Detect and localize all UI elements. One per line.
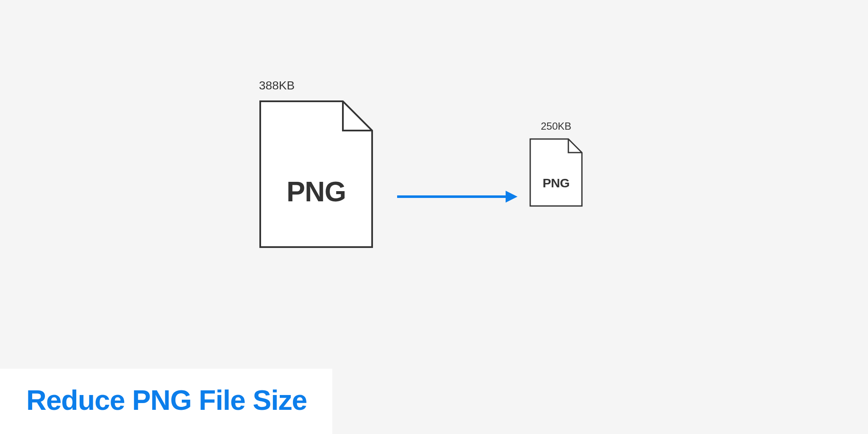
arrow-icon bbox=[396, 188, 519, 207]
title-banner: Reduce PNG File Size bbox=[0, 369, 332, 434]
png-file-icon: PNG bbox=[529, 138, 583, 209]
png-file-icon: PNG bbox=[259, 100, 373, 250]
diagram-canvas: 388KB PNG 250KB PNG Reduce PNG File Size bbox=[0, 0, 868, 434]
result-file-group: 250KB PNG bbox=[529, 120, 583, 209]
source-file-size-label: 388KB bbox=[259, 79, 295, 92]
result-file-format-label: PNG bbox=[542, 176, 570, 190]
source-file-group: 388KB PNG bbox=[259, 79, 373, 250]
diagram-title: Reduce PNG File Size bbox=[26, 384, 307, 416]
source-file-format-label: PNG bbox=[287, 175, 346, 208]
result-file-size-label: 250KB bbox=[541, 120, 571, 132]
